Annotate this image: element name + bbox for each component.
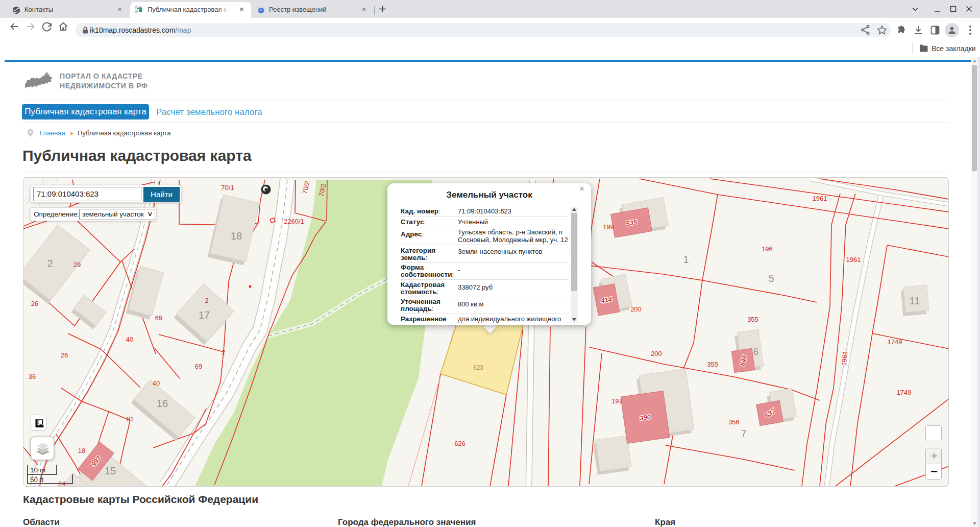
svg-text:15: 15	[105, 465, 116, 476]
svg-text:18: 18	[78, 447, 85, 454]
svg-text:26: 26	[61, 351, 68, 359]
svg-text:2: 2	[47, 258, 53, 269]
svg-text:199: 199	[603, 223, 614, 231]
svg-text:1961: 1961	[846, 256, 861, 264]
svg-text:2: 2	[205, 297, 208, 304]
svg-text:5: 5	[768, 273, 774, 284]
svg-text:70/2: 70/2	[301, 180, 311, 195]
svg-text:81: 81	[127, 415, 134, 423]
svg-text:1749: 1749	[897, 389, 912, 396]
svg-text:50 ft: 50 ft	[30, 476, 44, 484]
svg-text:196: 196	[762, 245, 773, 253]
svg-text:18: 18	[231, 230, 242, 242]
svg-text:356: 356	[728, 418, 740, 426]
svg-text:40: 40	[126, 336, 133, 343]
svg-text:36: 36	[29, 373, 36, 380]
svg-text:1: 1	[683, 254, 689, 265]
svg-text:26: 26	[31, 300, 38, 307]
svg-text:10 m: 10 m	[30, 466, 45, 474]
svg-text:69: 69	[155, 314, 162, 322]
svg-text:1749: 1749	[888, 338, 902, 346]
svg-text:1961: 1961	[840, 351, 849, 366]
svg-text:11: 11	[910, 295, 920, 306]
svg-text:2: 2	[222, 348, 225, 356]
svg-text:200: 200	[651, 350, 662, 357]
svg-text:6: 6	[753, 347, 758, 357]
svg-text:1961: 1961	[813, 195, 827, 202]
svg-text:626: 626	[454, 440, 465, 447]
svg-text:355: 355	[707, 361, 718, 368]
svg-text:70/1: 70/1	[221, 184, 234, 191]
svg-text:29: 29	[74, 261, 81, 269]
svg-text:40: 40	[153, 379, 160, 387]
svg-text:2260/1: 2260/1	[284, 218, 304, 225]
svg-text:390: 390	[639, 413, 651, 422]
svg-text:197: 197	[611, 397, 623, 405]
svg-text:7: 7	[741, 428, 746, 439]
svg-text:200: 200	[630, 305, 642, 313]
svg-text:355: 355	[747, 316, 758, 323]
svg-text:69: 69	[195, 363, 202, 370]
svg-text:623: 623	[473, 364, 483, 371]
svg-text:17: 17	[199, 309, 210, 321]
svg-text:16: 16	[157, 398, 168, 409]
